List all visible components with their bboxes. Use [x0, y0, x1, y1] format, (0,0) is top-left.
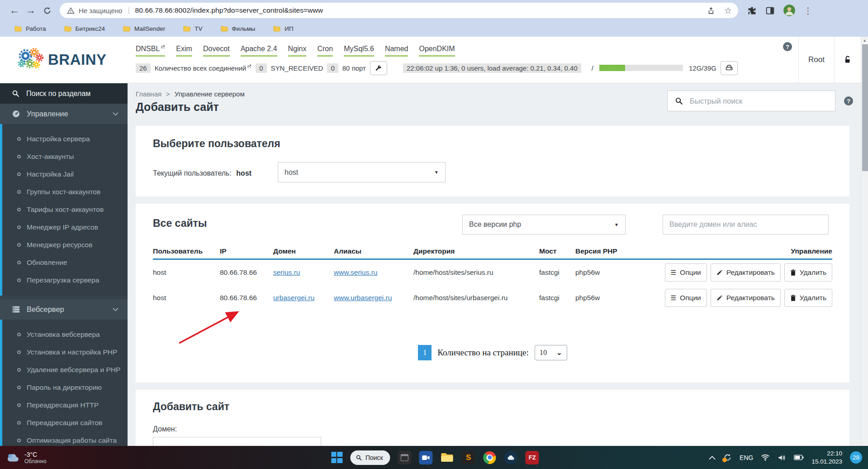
- service-link-cron[interactable]: Cron: [317, 45, 333, 57]
- bullet-icon: [17, 137, 21, 141]
- alias-link[interactable]: www.urbasergei.ru: [334, 294, 413, 302]
- sidebar-item-webserver-install[interactable]: Установка вебсервера: [2, 325, 128, 343]
- app-icon-window[interactable]: [398, 451, 412, 464]
- options-button[interactable]: ☰Опции: [665, 289, 707, 307]
- alias-link[interactable]: www.serius.ru: [334, 268, 413, 277]
- service-link-exim[interactable]: Exim: [176, 45, 192, 57]
- user-select[interactable]: host ▼: [278, 162, 446, 182]
- new-domain-input[interactable]: [153, 437, 321, 446]
- start-button[interactable]: [331, 452, 342, 463]
- extensions-puzzle-icon[interactable]: [747, 6, 757, 15]
- side-panel-icon[interactable]: [765, 6, 775, 15]
- domain-link[interactable]: serius.ru: [273, 268, 334, 277]
- file-explorer-icon[interactable]: [441, 451, 454, 464]
- browser-menu-icon[interactable]: ⋮: [804, 6, 812, 15]
- battery-icon[interactable]: [794, 455, 804, 460]
- options-button[interactable]: ☰Опции: [665, 263, 707, 282]
- service-link-apache[interactable]: Apache 2.4: [241, 45, 277, 57]
- sidebar-item-server-reboot[interactable]: Перезагрузка сервера: [2, 271, 128, 289]
- scrollbar-thumb[interactable]: [862, 44, 868, 171]
- sidebar-item-ip-manager[interactable]: Менеджер IP адресов: [2, 218, 128, 236]
- sidebar-search[interactable]: Поиск по разделам: [0, 83, 128, 104]
- bookmark-item[interactable]: ИП: [273, 25, 293, 32]
- sidebar-item-resource-manager[interactable]: Менеджер ресурсов: [2, 236, 128, 254]
- sidebar-item-site-redirect[interactable]: Переадресация сайтов: [2, 414, 128, 431]
- service-link-dnsbl[interactable]: DNSBL: [136, 45, 165, 57]
- tray-chevron-up-icon[interactable]: [709, 455, 716, 460]
- service-link-named[interactable]: Named: [385, 45, 408, 57]
- sidebar-item-php-setup[interactable]: Установка и настройка PHP: [2, 343, 128, 361]
- dropdown-arrow-icon: ▼: [614, 222, 619, 227]
- help-icon[interactable]: ?: [783, 42, 792, 51]
- page-scrollbar[interactable]: ▲: [861, 37, 868, 446]
- security-label[interactable]: Не защищено: [79, 7, 122, 14]
- bookmark-item[interactable]: MailSender: [123, 25, 165, 32]
- service-link-mysql[interactable]: MySql5.6: [344, 45, 374, 57]
- bookmark-item[interactable]: TV: [183, 25, 202, 32]
- brand-logo[interactable]: BRAINY: [0, 37, 128, 83]
- app-icon-camera[interactable]: [419, 451, 433, 464]
- service-link-opendkim[interactable]: OpenDKIM: [419, 45, 455, 57]
- connections-label[interactable]: Количество всех соединений: [155, 64, 252, 72]
- sidebar-item-http-redirect[interactable]: Переадресация HTTP: [2, 396, 128, 414]
- forward-icon[interactable]: →: [23, 2, 39, 19]
- sidebar-item-update[interactable]: Обновление: [2, 254, 128, 271]
- bullet-icon: [17, 403, 21, 407]
- url-text[interactable]: 80.66.78.66:8002/index.php?do=server_con…: [135, 6, 323, 14]
- edit-button[interactable]: Редактировать: [711, 263, 781, 282]
- sync-icon[interactable]: [723, 453, 732, 462]
- logout-lock[interactable]: [835, 37, 861, 83]
- service-link-dovecot[interactable]: Dovecot: [203, 45, 230, 57]
- bookmark-item[interactable]: Битрикс24: [64, 25, 105, 32]
- bookmark-item[interactable]: Фильмы: [221, 25, 256, 32]
- trash-icon: [790, 295, 796, 302]
- taskbar-search[interactable]: Поиск: [350, 450, 390, 465]
- sidebar-section-webserver[interactable]: Вебсервер: [0, 299, 128, 320]
- sidebar-item-directory-password[interactable]: Пароль на директорию: [2, 378, 128, 396]
- sidebar-item-host-groups[interactable]: Группы хост-аккаунтов: [2, 183, 128, 201]
- profile-avatar[interactable]: [783, 5, 795, 16]
- domain-filter-input[interactable]: Введите домен или алиас: [663, 215, 829, 234]
- page-help-icon[interactable]: ?: [844, 96, 853, 105]
- taskbar-weather-widget[interactable]: -3°C Облачно: [0, 451, 95, 464]
- sidebar-item-webserver-remove[interactable]: Удаление вебсервера и PHP: [2, 361, 128, 378]
- sidebar-item-jail-settings[interactable]: Настройка Jail: [2, 165, 128, 183]
- search-icon: [12, 90, 19, 97]
- bookmark-star-icon[interactable]: ☆: [724, 6, 732, 15]
- sidebar-item-site-optimization[interactable]: Оптимизация работы сайта: [2, 431, 128, 446]
- current-admin-user[interactable]: Root: [798, 37, 835, 83]
- volume-icon[interactable]: [778, 454, 786, 461]
- delete-button[interactable]: Удалить: [784, 263, 832, 282]
- edit-label: Редактировать: [726, 268, 775, 277]
- address-bar[interactable]: Не защищено | 80.66.78.66:8002/index.php…: [60, 3, 738, 18]
- chrome-icon[interactable]: [483, 451, 497, 464]
- taskbar-clock[interactable]: 22:10 15.01.2023: [811, 450, 842, 465]
- scrollbar-up-arrow[interactable]: ▲: [861, 37, 868, 44]
- per-page-select[interactable]: 10 ⌄: [535, 345, 567, 360]
- notification-badge[interactable]: 28: [850, 451, 862, 464]
- domain-link[interactable]: urbasergei.ru: [273, 294, 334, 302]
- sublime-icon[interactable]: S: [462, 451, 475, 464]
- app-icon-cloud[interactable]: [504, 451, 518, 464]
- delete-button[interactable]: Удалить: [784, 289, 832, 307]
- sidebar-section-management[interactable]: Управление: [0, 104, 128, 124]
- edit-button[interactable]: Редактировать: [711, 289, 781, 307]
- service-link-nginx[interactable]: Nginx: [288, 45, 307, 57]
- share-icon[interactable]: [707, 6, 715, 15]
- language-indicator[interactable]: ENG: [740, 454, 753, 461]
- page-number-active[interactable]: 1: [418, 345, 432, 360]
- bookmark-item[interactable]: Работа: [14, 25, 46, 32]
- breadcrumb-home[interactable]: Главная: [136, 90, 161, 98]
- reload-icon[interactable]: [39, 2, 55, 19]
- php-version-filter[interactable]: Все версии php ▼: [462, 215, 626, 234]
- sidebar-item-host-tariffs[interactable]: Тарифы хост-аккаунтов: [2, 201, 128, 218]
- filezilla-icon[interactable]: FZ: [526, 451, 539, 464]
- disk-details-button[interactable]: [721, 61, 738, 75]
- wifi-icon[interactable]: [761, 454, 770, 461]
- folder-icon: [123, 26, 130, 32]
- connections-settings-button[interactable]: [370, 61, 387, 75]
- quick-search-input[interactable]: Быстрый поиск: [667, 91, 835, 111]
- back-icon[interactable]: ←: [6, 2, 23, 19]
- sidebar-item-server-settings[interactable]: Настройка сервера: [2, 130, 128, 148]
- sidebar-item-host-accounts[interactable]: Хост-аккаунты: [2, 148, 128, 165]
